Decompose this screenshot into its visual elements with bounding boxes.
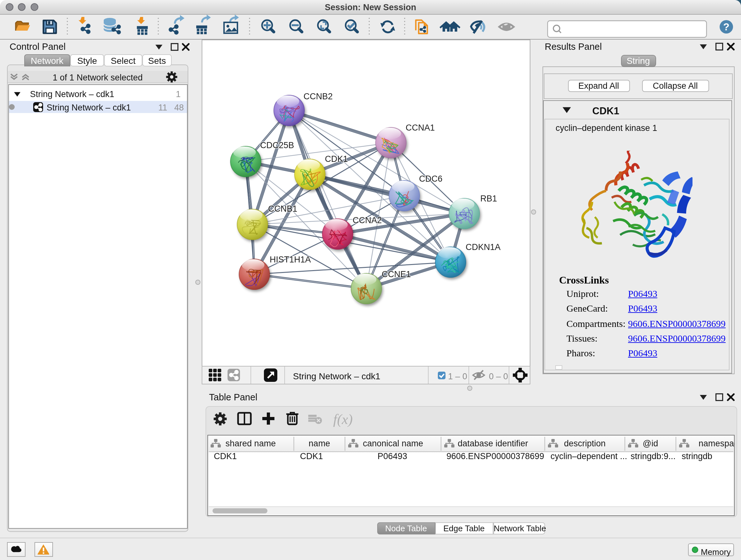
svg-text:CDK1: CDK1 bbox=[325, 154, 347, 164]
svg-text:f(x): f(x) bbox=[333, 412, 353, 428]
svg-text:CDKN1A: CDKN1A bbox=[465, 242, 500, 252]
svg-text:HIST1H1A: HIST1H1A bbox=[269, 254, 311, 264]
svg-text:CCNA2: CCNA2 bbox=[352, 215, 382, 225]
svg-text:CCNA1: CCNA1 bbox=[405, 123, 434, 132]
svg-text:CDC25B: CDC25B bbox=[260, 140, 294, 150]
svg-text:?: ? bbox=[723, 21, 730, 33]
svg-text:CCNE1: CCNE1 bbox=[381, 269, 411, 279]
svg-text:RB1: RB1 bbox=[480, 193, 497, 203]
svg-text:CCNB1: CCNB1 bbox=[268, 204, 297, 213]
svg-text:CCNB2: CCNB2 bbox=[303, 91, 333, 101]
svg-text:CDC6: CDC6 bbox=[419, 174, 442, 183]
